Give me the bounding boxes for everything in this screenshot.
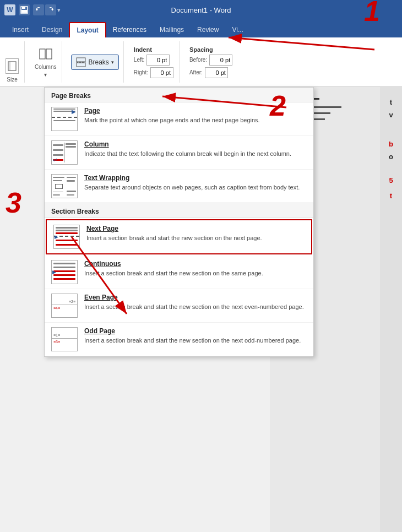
odd-page-item-title: Odd Page <box>84 327 307 335</box>
next-page-arrow-icon: ▶ <box>55 234 58 240</box>
tab-insert[interactable]: Insert <box>6 22 35 37</box>
indent-left-input[interactable] <box>146 55 170 66</box>
odd-page-item-desc: Insert a section break and start the new… <box>84 336 307 345</box>
text-wrap-icon <box>51 174 78 198</box>
indent-right-label: Right: <box>134 69 148 75</box>
svg-rect-1 <box>22 7 25 9</box>
size-label: Size <box>7 77 17 83</box>
svg-rect-5 <box>8 62 16 70</box>
dropdown-item-page[interactable]: ▶ Page Mark the point at which one page … <box>45 102 313 136</box>
dropdown-item-column[interactable]: ↵ Column Indicate that the text followin… <box>45 136 313 170</box>
redo-icon[interactable] <box>45 4 56 15</box>
next-page-item-text: Next Page Insert a section break and sta… <box>86 225 305 242</box>
continuous-arrow-icon: ▶ <box>52 269 56 275</box>
odd-page-icon: ≡1≡ ≡3≡ <box>51 327 78 351</box>
page-break-icon: ▶ <box>51 107 78 131</box>
even-page-item-desc: Insert a section break and start the new… <box>84 303 307 311</box>
continuous-item-title: Continuous <box>84 260 307 268</box>
dropdown-item-continuous[interactable]: ▶ Continuous Insert a section break and … <box>45 256 313 289</box>
text-wrap-item-text: Text Wrapping Separate text around objec… <box>84 174 307 192</box>
continuous-item-desc: Insert a section break and start the new… <box>84 269 307 278</box>
spacing-header: Spacing <box>189 46 232 53</box>
svg-rect-7 <box>40 49 45 59</box>
even-page-icon: ≡2≡ ≡4≡ <box>51 294 78 318</box>
breaks-dropdown-arrow: ▾ <box>111 59 114 65</box>
word-icon: W <box>4 4 15 15</box>
next-page-item-title: Next Page <box>86 225 305 232</box>
dropdown-item-next-page[interactable]: ▶ Next Page Insert a section break and s… <box>46 219 312 254</box>
tab-mailings[interactable]: Mailings <box>153 22 191 37</box>
svg-rect-8 <box>46 49 52 59</box>
indent-right-input[interactable] <box>150 67 173 78</box>
text-wrap-item-desc: Separate text around objects on web page… <box>84 183 307 192</box>
tab-design[interactable]: Design <box>35 22 69 37</box>
annotation-3: 3 <box>6 186 21 219</box>
page-breaks-header: Page Breaks <box>45 88 313 102</box>
spacing-before-input[interactable] <box>209 55 232 66</box>
even-page-item-text: Even Page Insert a section break and sta… <box>84 294 307 311</box>
undo-group: ▾ <box>33 4 61 15</box>
tab-layout[interactable]: Layout <box>69 22 106 37</box>
document-title: Document1 - Word <box>171 6 231 14</box>
tab-review[interactable]: Review <box>191 22 225 37</box>
tab-references[interactable]: References <box>106 22 153 37</box>
odd-page-item-text: Odd Page Insert a section break and star… <box>84 327 307 345</box>
continuous-icon: ▶ <box>51 260 78 284</box>
page-arrow-icon: ▶ <box>72 108 76 115</box>
tab-view[interactable]: Vi... <box>225 22 249 37</box>
ribbon-tabs: Insert Design Layout References Mailings… <box>0 20 402 37</box>
page-item-text: Page Mark the point at which one page en… <box>84 107 307 124</box>
doc-right-edge: t v b o 5 t <box>380 87 402 532</box>
columns-label: Columns <box>35 64 56 70</box>
quick-access-dropdown[interactable]: ▾ <box>57 7 61 14</box>
svg-rect-11 <box>77 63 85 67</box>
save-icon[interactable] <box>19 4 30 15</box>
svg-rect-9 <box>77 58 85 62</box>
column-break-icon: ↵ <box>51 140 78 165</box>
even-page-item-title: Even Page <box>84 294 307 301</box>
undo-icon[interactable] <box>33 4 44 15</box>
col-arrow-icon: ↵ <box>53 157 57 163</box>
spacing-after-label: After: <box>189 69 203 75</box>
doc-sidebar: 3 <box>0 87 44 532</box>
breaks-dropdown: Page Breaks ▶ Page Mark the point at whi… <box>44 87 314 357</box>
title-bar: W ▾ Document1 - Word <box>0 0 402 20</box>
column-item-title: Column <box>84 140 307 148</box>
svg-rect-2 <box>21 10 27 13</box>
page-item-desc: Mark the point at which one page ends an… <box>84 116 307 124</box>
title-bar-left: W ▾ <box>4 4 61 15</box>
dropdown-item-odd-page[interactable]: ≡1≡ ≡3≡ Odd Page Insert a section break … <box>45 323 313 356</box>
column-item-desc: Indicate that the text following the col… <box>84 150 307 158</box>
next-page-item-desc: Insert a section break and start the new… <box>86 234 305 242</box>
section-breaks-header: Section Breaks <box>45 203 313 218</box>
main-area: 3 Page Breaks ▶ <box>0 87 402 532</box>
dropdown-item-text-wrapping[interactable]: Text Wrapping Separate text around objec… <box>45 170 313 203</box>
dropdown-area: Page Breaks ▶ Page Mark the point at whi… <box>44 87 380 532</box>
column-item-text: Column Indicate that the text following … <box>84 140 307 158</box>
next-page-icon: ▶ <box>53 225 80 249</box>
indent-left-label: Left: <box>134 57 144 63</box>
breaks-button[interactable]: Breaks ▾ <box>71 55 118 70</box>
continuous-item-text: Continuous Insert a section break and st… <box>84 260 307 278</box>
dropdown-item-even-page[interactable]: ≡2≡ ≡4≡ Even Page Insert a section break… <box>45 289 313 323</box>
spacing-after-input[interactable] <box>205 67 228 78</box>
breaks-label: Breaks <box>88 58 108 66</box>
text-wrap-item-title: Text Wrapping <box>84 174 307 182</box>
spacing-before-label: Before: <box>189 57 207 63</box>
page-item-title: Page <box>84 107 307 115</box>
ribbon-body: Size Columns ▾ Breaks ▾ Indent Left: Rig… <box>0 37 402 87</box>
indent-header: Indent <box>134 46 173 53</box>
